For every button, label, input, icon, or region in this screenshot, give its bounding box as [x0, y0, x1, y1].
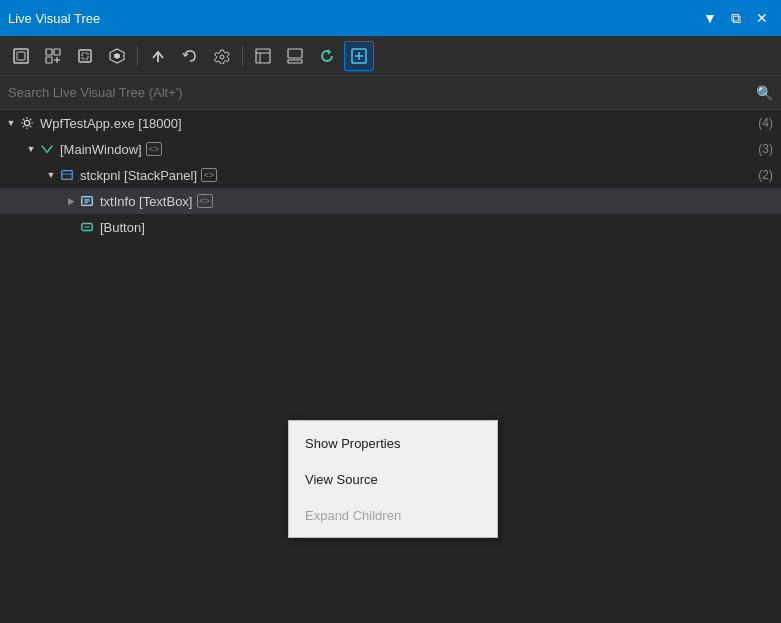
preview2-button[interactable] [280, 41, 310, 71]
context-menu-show-properties[interactable]: Show Properties [289, 425, 497, 461]
tree-row[interactable]: ▼ stckpnl [StackPanel] <> (2) [0, 162, 781, 188]
node-count: (4) [748, 116, 773, 130]
expand-arrow[interactable]: ▼ [44, 170, 58, 180]
search-bar[interactable]: 🔍 [0, 76, 781, 110]
tree-row-selected[interactable]: ▶ txtInfo [TextBox] <> [0, 188, 781, 214]
go-parent-button[interactable] [143, 41, 173, 71]
nav-tag: <> [197, 194, 213, 208]
toolbar-separator-1 [137, 46, 138, 66]
expand-arrow[interactable]: ▼ [24, 144, 38, 154]
preview1-button[interactable] [248, 41, 278, 71]
title-bar-left: Live Visual Tree [8, 11, 100, 26]
svg-rect-0 [14, 49, 28, 63]
textbox-icon [78, 192, 96, 210]
search-icon: 🔍 [756, 85, 773, 101]
window-title: Live Visual Tree [8, 11, 100, 26]
svg-rect-22 [62, 171, 73, 180]
expand-arrow[interactable]: ▶ [64, 196, 78, 206]
pin-button[interactable]: ▼ [699, 7, 721, 29]
svg-rect-3 [54, 49, 60, 55]
node-label: [Button] [100, 220, 145, 235]
svg-rect-8 [82, 53, 88, 59]
context-menu-expand-children: Expand Children [289, 497, 497, 533]
close-button[interactable]: ✕ [751, 7, 773, 29]
arrow-icon [38, 140, 56, 158]
rect-icon [58, 166, 76, 184]
expand-all-button[interactable] [344, 41, 374, 71]
refresh-button[interactable] [312, 41, 342, 71]
svg-marker-10 [114, 53, 120, 59]
svg-point-21 [24, 120, 29, 125]
float-button[interactable]: ⧉ [725, 7, 747, 29]
node-label: stckpnl [StackPanel] [80, 168, 197, 183]
btn-icon [78, 218, 96, 236]
svg-point-12 [220, 55, 224, 59]
svg-rect-1 [17, 52, 25, 60]
track-focused-button[interactable] [38, 41, 68, 71]
node-count: (3) [748, 142, 773, 156]
toolbar-separator-2 [242, 46, 243, 66]
svg-rect-7 [79, 50, 91, 62]
svg-rect-4 [46, 57, 52, 63]
node-label: WpfTestApp.exe [18000] [40, 116, 182, 131]
svg-rect-16 [288, 49, 302, 58]
svg-rect-13 [256, 49, 270, 63]
main-content: 🔍 ▼ WpfTestApp.exe [18000] (4) ▼ [0, 36, 781, 623]
show-bounds-button[interactable] [70, 41, 100, 71]
tree-area: ▼ WpfTestApp.exe [18000] (4) ▼ [0, 110, 781, 623]
nav-tag: <> [146, 142, 162, 156]
svg-rect-17 [288, 60, 302, 63]
node-count: (2) [748, 168, 773, 182]
adorner-button[interactable] [102, 41, 132, 71]
nav-tag: <> [201, 168, 217, 182]
svg-rect-2 [46, 49, 52, 55]
node-label: txtInfo [TextBox] [100, 194, 193, 209]
tree-row[interactable]: ▶ [Button] [0, 214, 781, 240]
search-input[interactable] [8, 85, 756, 100]
context-menu-view-source[interactable]: View Source [289, 461, 497, 497]
tree-row[interactable]: ▼ [MainWindow] <> (3) [0, 136, 781, 162]
expand-arrow[interactable]: ▼ [4, 118, 18, 128]
node-label: [MainWindow] [60, 142, 142, 157]
context-menu: Show Properties View Source Expand Child… [288, 420, 498, 538]
toolbar [0, 36, 781, 76]
gear-icon [18, 114, 36, 132]
undo-button[interactable] [175, 41, 205, 71]
select-element-button[interactable] [6, 41, 36, 71]
title-bar: Live Visual Tree ▼ ⧉ ✕ [0, 0, 781, 36]
settings-button[interactable] [207, 41, 237, 71]
tree-row[interactable]: ▼ WpfTestApp.exe [18000] (4) [0, 110, 781, 136]
title-bar-controls: ▼ ⧉ ✕ [699, 7, 773, 29]
